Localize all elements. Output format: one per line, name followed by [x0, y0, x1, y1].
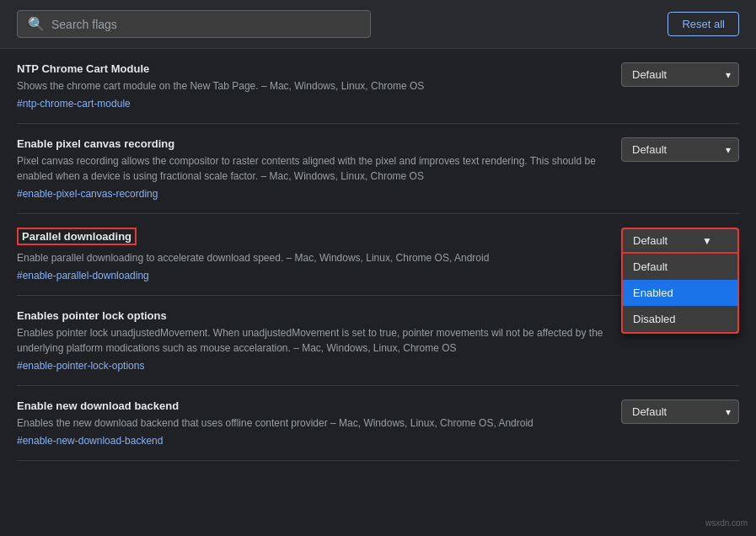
flag-title: Enables pointer lock options — [17, 309, 604, 322]
flag-item-parallel-downloading: Parallel downloading Enable parallel dow… — [17, 214, 739, 296]
header: 🔍 Reset all — [0, 0, 756, 49]
flag-desc: Pixel canvas recording allows the compos… — [17, 153, 604, 184]
flag-link[interactable]: #enable-pixel-canvas-recording — [17, 188, 158, 200]
chevron-down-icon: ▼ — [702, 235, 712, 247]
flag-content: Enable new download backend Enables the … — [17, 399, 604, 447]
dropdown-wrapper[interactable]: Default Enabled Disabled — [621, 399, 739, 424]
flag-title-outlined: Parallel downloading — [17, 228, 137, 245]
flag-link[interactable]: #ntp-chrome-cart-module — [17, 98, 131, 110]
flag-control[interactable]: Default Enabled Disabled — [621, 399, 739, 424]
dropdown-open[interactable]: Default ▼ Default Enabled Disabled — [621, 228, 739, 254]
flag-title: Enable pixel canvas recording — [17, 137, 604, 150]
reset-all-button[interactable]: Reset all — [668, 12, 739, 36]
flag-control[interactable]: Default Enabled Disabled — [621, 62, 739, 87]
dropdown-current-value: Default — [633, 234, 668, 247]
flag-title: Enable new download backend — [17, 399, 604, 412]
dropdown-trigger[interactable]: Default ▼ — [621, 228, 739, 254]
flag-link[interactable]: #enable-new-download-backend — [17, 435, 163, 447]
flag-control[interactable]: Default Enabled Disabled — [621, 137, 739, 162]
search-icon: 🔍 — [28, 16, 45, 32]
search-input[interactable] — [51, 18, 360, 31]
flag-desc: Shows the chrome cart module on the New … — [17, 78, 604, 94]
flag-content: Enable pixel canvas recording Pixel canv… — [17, 137, 604, 200]
dropdown-menu: Default Enabled Disabled — [621, 254, 739, 334]
watermark: wsxdn.com — [705, 518, 748, 528]
flag-control-parallel[interactable]: Default ▼ Default Enabled Disabled — [621, 228, 739, 254]
flag-dropdown[interactable]: Default Enabled Disabled — [621, 399, 739, 424]
search-box[interactable]: 🔍 — [17, 10, 371, 38]
dropdown-option-enabled[interactable]: Enabled — [623, 280, 737, 306]
dropdown-wrapper[interactable]: Default Enabled Disabled — [621, 137, 739, 162]
flag-content: Parallel downloading Enable parallel dow… — [17, 228, 604, 281]
flag-link[interactable]: #enable-parallel-downloading — [17, 270, 149, 281]
flag-desc: Enable parallel downloading to accelerat… — [17, 250, 604, 265]
dropdown-option-disabled[interactable]: Disabled — [623, 306, 737, 332]
flags-list: NTP Chrome Cart Module Shows the chrome … — [0, 49, 756, 461]
flag-item-download-backend: Enable new download backend Enables the … — [17, 386, 739, 461]
dropdown-wrapper[interactable]: Default Enabled Disabled — [621, 62, 739, 87]
flag-desc: Enables the new download backend that us… — [17, 415, 604, 431]
flag-desc: Enables pointer lock unadjustedMovement.… — [17, 325, 604, 356]
flag-title: Parallel downloading — [17, 228, 604, 245]
flag-content: NTP Chrome Cart Module Shows the chrome … — [17, 62, 604, 110]
flag-link[interactable]: #enable-pointer-lock-options — [17, 360, 144, 372]
flag-title: NTP Chrome Cart Module — [17, 62, 604, 75]
flag-item-ntp-chrome-cart: NTP Chrome Cart Module Shows the chrome … — [17, 49, 739, 124]
dropdown-option-default[interactable]: Default — [623, 254, 737, 280]
flag-content: Enables pointer lock options Enables poi… — [17, 309, 604, 372]
flag-dropdown[interactable]: Default Enabled Disabled — [621, 137, 739, 162]
flag-dropdown[interactable]: Default Enabled Disabled — [621, 62, 739, 87]
flag-item-pixel-canvas: Enable pixel canvas recording Pixel canv… — [17, 124, 739, 214]
